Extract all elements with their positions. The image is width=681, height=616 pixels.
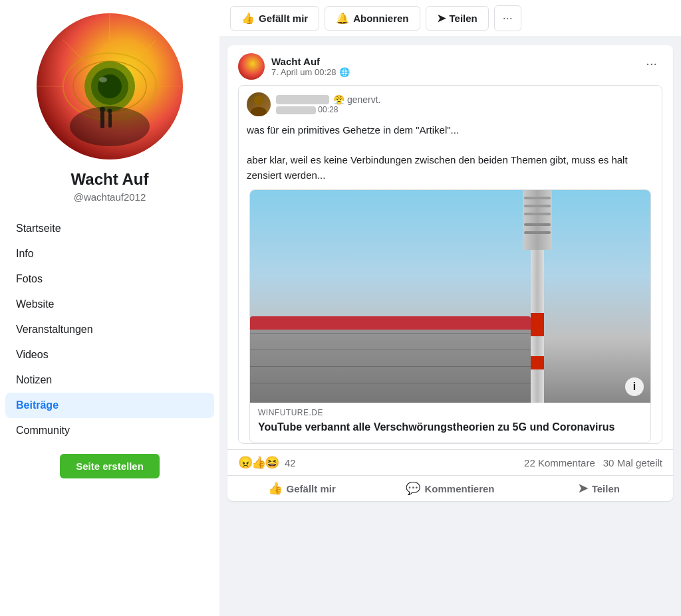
link-source: WINFUTURE.DE [250, 403, 650, 419]
like-page-label: Gefällt mir [259, 13, 308, 24]
sidebar-item-fotos[interactable]: Fotos [0, 266, 219, 292]
sidebar-item-startseite[interactable]: Startseite [0, 216, 219, 241]
info-circle-button[interactable]: i [625, 377, 644, 396]
profile-image [37, 13, 183, 159]
post-header: Wacht Auf 7. April um 00:28 🌐 ··· [227, 45, 673, 85]
shared-author-avatar [247, 92, 271, 116]
svg-point-9 [100, 107, 105, 112]
shares-count[interactable]: 30 Mal geteilt [603, 457, 662, 468]
globe-icon: 🌐 [339, 67, 350, 77]
shared-post: 😤 genervt. 00:28 was für ein primitives … [238, 85, 662, 444]
nav-list: Startseite Info Fotos Website Veranstalt… [0, 216, 219, 443]
share-page-label: Teilen [450, 13, 477, 24]
post-date: 7. April um 00:28 [271, 67, 337, 77]
svg-rect-10 [108, 113, 112, 128]
shared-date-blurred [276, 106, 316, 114]
link-preview[interactable]: i WINFUTURE.DE YouTube verbannt alle Ver… [249, 189, 651, 443]
link-image: i [250, 190, 650, 403]
sidebar: Wacht Auf @wachtauf2012 Startseite Info … [0, 0, 219, 616]
building-roof [250, 316, 531, 330]
haha-reaction: 😆 [265, 455, 279, 470]
comment-icon: 💬 [406, 481, 420, 496]
link-title: YouTube verbannt alle Verschwörungstheor… [250, 419, 650, 443]
comment-button[interactable]: 💬 Kommentieren [376, 476, 524, 501]
svg-point-11 [108, 109, 112, 114]
subscribe-label: Abonnieren [353, 13, 408, 24]
page-handle: @wachtauf2012 [74, 191, 146, 203]
building [250, 316, 531, 403]
thumbs-up-icon: 👍 [241, 12, 255, 25]
shared-author-name-blurred [276, 95, 329, 104]
sidebar-item-info[interactable]: Info [0, 241, 219, 266]
reactions-left: 😠 👍 😆 42 [238, 455, 296, 470]
page-name: Wacht Auf [71, 170, 149, 189]
action-bar: 👍 Gefällt mir 🔔 Abonnieren ➤ Teilen ··· [219, 0, 681, 37]
post-meta: 7. April um 00:28 🌐 [271, 67, 350, 77]
sidebar-item-community[interactable]: Community [0, 418, 219, 443]
shared-author-info: 😤 genervt. 00:28 [276, 94, 380, 114]
shared-post-text: was für ein primitives Gehetze in dem "A… [239, 120, 662, 189]
post-header-left: Wacht Auf 7. April um 00:28 🌐 [238, 53, 350, 80]
main-content: 👍 Gefällt mir 🔔 Abonnieren ➤ Teilen ··· [219, 0, 681, 616]
like-post-label: Gefällt mir [287, 483, 336, 494]
post-author-info: Wacht Auf 7. April um 00:28 🌐 [271, 56, 350, 77]
sidebar-item-notizen[interactable]: Notizen [0, 367, 219, 393]
shared-post-header: 😤 genervt. 00:28 [239, 86, 662, 120]
sidebar-item-veranstaltungen[interactable]: Veranstaltungen [0, 317, 219, 342]
angry-reaction: 😠 [238, 455, 253, 470]
share-post-button[interactable]: ➤ Teilen [525, 476, 673, 501]
share-post-icon: ➤ [578, 481, 588, 496]
reaction-count: 42 [285, 457, 296, 468]
reaction-emojis: 😠 👍 😆 [238, 455, 278, 470]
bell-icon: 🔔 [336, 12, 349, 25]
like-reaction: 👍 [251, 455, 266, 470]
comment-label: Kommentieren [424, 483, 494, 494]
svg-point-6 [99, 77, 107, 82]
sidebar-item-website[interactable]: Website [0, 292, 219, 317]
shared-meta: 00:28 [276, 105, 380, 114]
reactions-bar: 😠 👍 😆 42 22 Kommentare 30 Mal geteilt [227, 449, 673, 475]
svg-rect-8 [100, 112, 104, 128]
post-options-button[interactable]: ··· [640, 53, 662, 74]
tower-top [523, 190, 552, 250]
more-options-button[interactable]: ··· [494, 5, 521, 31]
post-text-line1: was für ein primitives Gehetze in dem "A… [247, 123, 654, 138]
svg-point-17 [254, 96, 263, 105]
post-author-name: Wacht Auf [271, 56, 350, 67]
post-text-line2: aber klar, weil es keine Verbindungen zw… [247, 153, 654, 183]
create-page-button[interactable]: Seite erstellen [60, 454, 160, 478]
shared-reaction: 😤 genervt. [333, 94, 380, 105]
sidebar-item-videos[interactable]: Videos [0, 342, 219, 367]
share-icon: ➤ [437, 12, 446, 25]
subscribe-button[interactable]: 🔔 Abonnieren [325, 6, 420, 31]
post-actions: 👍 Gefällt mir 💬 Kommentieren ➤ Teilen [227, 475, 673, 501]
sidebar-item-beitraege[interactable]: Beiträge [5, 393, 214, 418]
post-author-avatar [238, 53, 265, 80]
share-page-button[interactable]: ➤ Teilen [426, 6, 489, 31]
comments-count[interactable]: 22 Kommentare [524, 457, 595, 468]
like-page-button[interactable]: 👍 Gefällt mir [230, 6, 319, 31]
shared-date-visible: 00:28 [318, 105, 338, 114]
like-post-button[interactable]: 👍 Gefällt mir [227, 476, 376, 501]
post-card: Wacht Auf 7. April um 00:28 🌐 ··· [227, 45, 673, 501]
like-post-icon: 👍 [268, 481, 283, 496]
reactions-right: 22 Kommentare 30 Mal geteilt [524, 457, 662, 468]
share-post-label: Teilen [592, 483, 620, 494]
svg-point-18 [251, 107, 267, 116]
